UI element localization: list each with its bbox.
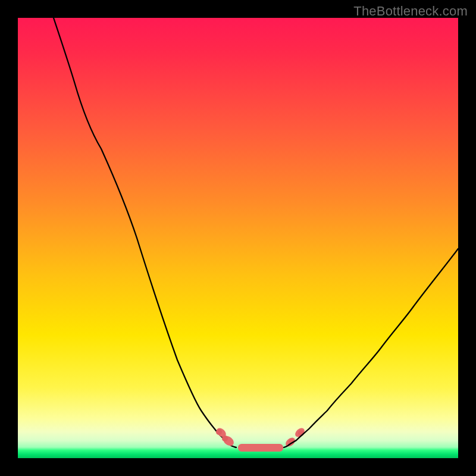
left-curve [54, 18, 236, 447]
marker-left-lower [222, 436, 228, 441]
marker-left-upper [216, 429, 222, 435]
right-curve [284, 249, 458, 447]
plateau-bar [238, 444, 283, 452]
watermark-label: TheBottleneck.com [353, 4, 468, 19]
plot-area [18, 18, 458, 458]
curve-layer [18, 18, 458, 458]
chart-frame: TheBottleneck.com [0, 0, 476, 476]
